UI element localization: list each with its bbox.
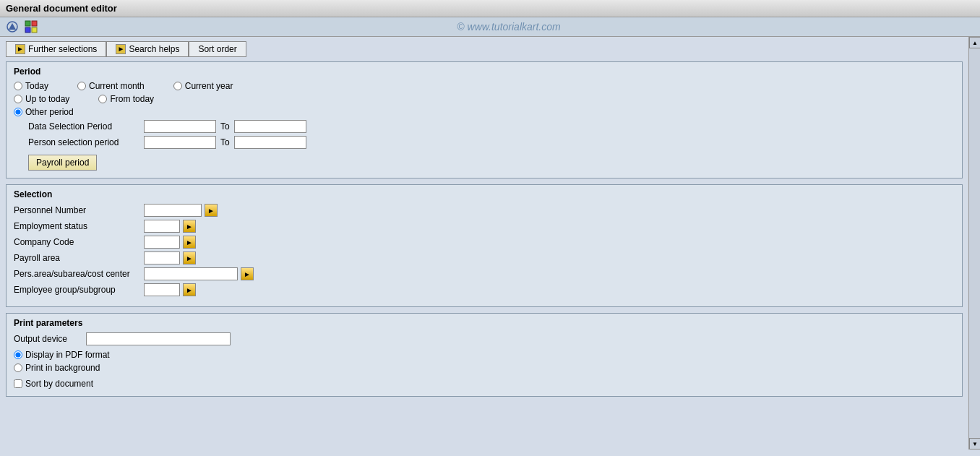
radio-from-today[interactable]: From today bbox=[98, 94, 154, 104]
pers-area-arrow-btn[interactable]: ► bbox=[241, 267, 254, 280]
employment-status-input[interactable] bbox=[144, 220, 180, 233]
pers-area-input[interactable] bbox=[144, 267, 238, 280]
tab-sort-order[interactable]: Sort order bbox=[189, 41, 246, 57]
company-code-label: Company Code bbox=[14, 237, 144, 247]
grid-icon[interactable] bbox=[25, 20, 38, 33]
employee-group-arrow-btn[interactable]: ► bbox=[183, 283, 196, 296]
svg-rect-5 bbox=[32, 27, 37, 33]
data-selection-to-input[interactable] bbox=[234, 120, 306, 133]
personnel-number-arrow-btn[interactable]: ► bbox=[205, 204, 218, 217]
tab-further-selections[interactable]: ► Further selections bbox=[6, 41, 106, 57]
svg-rect-2 bbox=[25, 21, 30, 26]
from-today-label: From today bbox=[110, 94, 154, 104]
print-params-section: Print parameters Output device Display i… bbox=[6, 313, 963, 397]
selection-section-title: Selection bbox=[14, 189, 955, 199]
pers-area-label: Pers.area/subarea/cost center bbox=[14, 269, 144, 279]
svg-rect-4 bbox=[25, 27, 30, 33]
employment-status-row: Employment status ► bbox=[14, 220, 955, 233]
person-selection-from-input[interactable] bbox=[144, 136, 216, 149]
personnel-number-label: Personnel Number bbox=[14, 205, 144, 215]
output-device-label: Output device bbox=[14, 334, 86, 344]
person-selection-row: Person selection period To bbox=[28, 136, 955, 149]
svg-rect-3 bbox=[32, 21, 37, 26]
svg-marker-1 bbox=[9, 23, 16, 30]
title-bar: General document editor bbox=[0, 0, 980, 17]
tab-sort-order-label: Sort order bbox=[198, 44, 236, 54]
employment-status-arrow-btn[interactable]: ► bbox=[183, 220, 196, 233]
pers-area-row: Pers.area/subarea/cost center ► bbox=[14, 267, 955, 280]
output-device-row: Output device bbox=[14, 332, 955, 345]
tab-arrow-icon-2: ► bbox=[116, 44, 126, 54]
personnel-number-row: Personnel Number ► bbox=[14, 204, 955, 217]
app-title: General document editor bbox=[6, 3, 117, 14]
scroll-down-btn[interactable]: ▼ bbox=[969, 438, 980, 449]
person-selection-to-input[interactable] bbox=[234, 136, 306, 149]
selection-section: Selection Personnel Number ► Employment … bbox=[6, 184, 963, 307]
watermark: © www.tutorialkart.com bbox=[43, 21, 974, 33]
print-params-title: Print parameters bbox=[14, 318, 955, 328]
data-selection-row: Data Selection Period To bbox=[28, 120, 955, 133]
employee-group-label: Employee group/subgroup bbox=[14, 285, 144, 295]
scrollbar[interactable]: ▲ ▼ bbox=[968, 37, 980, 449]
payroll-period-button[interactable]: Payroll period bbox=[28, 155, 97, 171]
navigate-icon[interactable] bbox=[6, 20, 19, 33]
radio-other-period[interactable]: Other period bbox=[14, 107, 74, 117]
today-label: Today bbox=[25, 81, 48, 91]
period-section: Period Today Current month Current year bbox=[6, 61, 963, 178]
sort-by-doc-checkbox[interactable] bbox=[14, 379, 22, 388]
employee-group-row: Employee group/subgroup ► bbox=[14, 283, 955, 296]
company-code-input[interactable] bbox=[144, 236, 180, 249]
data-selection-label: Data Selection Period bbox=[28, 121, 144, 132]
tab-search-helps-label: Search helps bbox=[129, 44, 179, 54]
tabs-bar: ► Further selections ► Search helps Sort… bbox=[6, 41, 963, 57]
display-pdf-label: Display in PDF format bbox=[25, 350, 110, 360]
radio-print-bg[interactable]: Print in background bbox=[14, 363, 100, 373]
payroll-area-arrow-btn[interactable]: ► bbox=[183, 251, 196, 264]
radio-up-to-today[interactable]: Up to today bbox=[14, 94, 69, 104]
data-selection-from-input[interactable] bbox=[144, 120, 216, 133]
payroll-area-input[interactable] bbox=[144, 251, 180, 264]
radio-today[interactable]: Today bbox=[14, 81, 48, 91]
scroll-up-btn[interactable]: ▲ bbox=[969, 37, 980, 48]
to-label-1: To bbox=[220, 121, 230, 132]
radio-current-month[interactable]: Current month bbox=[77, 81, 145, 91]
output-device-input[interactable] bbox=[86, 332, 231, 345]
tab-arrow-icon-1: ► bbox=[15, 44, 25, 54]
payroll-area-label: Payroll area bbox=[14, 253, 144, 263]
print-bg-label: Print in background bbox=[25, 363, 100, 373]
personnel-number-input[interactable] bbox=[144, 204, 202, 217]
company-code-row: Company Code ► bbox=[14, 236, 955, 249]
sort-by-doc-label: Sort by document bbox=[25, 379, 93, 389]
current-year-label: Current year bbox=[185, 81, 233, 91]
tab-search-helps[interactable]: ► Search helps bbox=[106, 41, 189, 57]
scroll-track bbox=[969, 48, 980, 438]
payroll-area-row: Payroll area ► bbox=[14, 251, 955, 264]
company-code-arrow-btn[interactable]: ► bbox=[183, 236, 196, 249]
toolbar: © www.tutorialkart.com bbox=[0, 17, 980, 37]
other-period-label: Other period bbox=[25, 107, 74, 117]
period-section-title: Period bbox=[14, 66, 955, 77]
up-to-today-label: Up to today bbox=[25, 94, 69, 104]
employment-status-label: Employment status bbox=[14, 221, 144, 231]
employee-group-input[interactable] bbox=[144, 283, 180, 296]
radio-current-year[interactable]: Current year bbox=[173, 81, 233, 91]
radio-display-pdf[interactable]: Display in PDF format bbox=[14, 350, 110, 360]
tab-further-selections-label: Further selections bbox=[28, 44, 97, 54]
current-month-label: Current month bbox=[89, 81, 145, 91]
person-selection-label: Person selection period bbox=[28, 137, 144, 147]
to-label-2: To bbox=[220, 137, 230, 147]
